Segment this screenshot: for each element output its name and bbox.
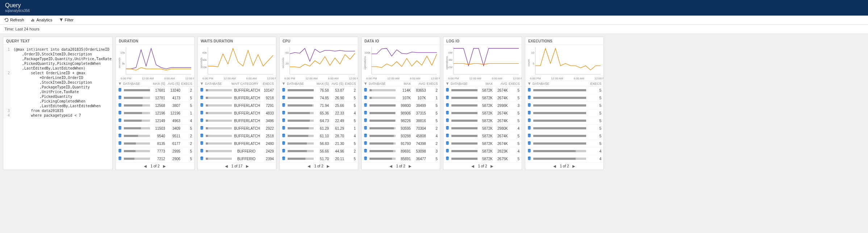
table-row[interactable]: BUFFERLATCH10147 xyxy=(198,87,276,94)
table-row[interactable]: 954095112 xyxy=(116,132,194,140)
table-row[interactable]: 5 xyxy=(525,102,604,109)
table-row[interactable]: 89691530983 xyxy=(362,147,440,155)
svg-text:6:00 AM: 6:00 AM xyxy=(492,77,502,80)
chart-waits[interactable]: seconds 10k30k40k6:00 PM12:00 AM6:00 AM1… xyxy=(198,45,276,81)
table-row[interactable]: BUFFERIO2429 xyxy=(198,147,276,155)
table-row[interactable]: 5872K2980K4 xyxy=(443,125,522,132)
pager-next[interactable]: ▶ xyxy=(327,164,330,168)
svg-text:6:00 AM: 6:00 AM xyxy=(573,77,584,80)
table-row[interactable]: 5 xyxy=(525,117,604,125)
table-row[interactable]: 5 xyxy=(525,94,604,102)
table-row[interactable]: 61.2961.291 xyxy=(280,125,358,132)
toolbar: Refresh Analytics Filter xyxy=(0,16,868,25)
table-row[interactable]: 5 xyxy=(525,140,604,147)
pager-text: 1 of 2 xyxy=(396,164,405,168)
table-row[interactable]: 4 xyxy=(525,147,604,155)
pager-next[interactable]: ▶ xyxy=(246,164,249,168)
table-row[interactable]: 56.8321.305 xyxy=(280,140,358,147)
svg-text:6:00 PM: 6:00 PM xyxy=(121,77,131,80)
table-row[interactable]: 5 xyxy=(525,109,604,117)
table-row[interactable]: BUFFERLATCH9218 xyxy=(198,94,276,102)
table-row[interactable]: 5872K2674K5 xyxy=(443,117,522,125)
table-row[interactable]: BUFFERLATCH4833 xyxy=(198,109,276,117)
chart-cpu[interactable]: seconds 20606:00 PM12:00 AM6:00 AM12:00 … xyxy=(280,45,358,81)
table-row[interactable]: 5872K2674K5 xyxy=(443,140,522,147)
table-row[interactable]: 91793743982 xyxy=(362,140,440,147)
table-row[interactable]: 71.9425.665 xyxy=(280,102,358,109)
table-row[interactable]: 93288458084 xyxy=(362,132,440,140)
table-row[interactable]: 5872K2674K5 xyxy=(443,87,522,94)
analytics-button[interactable]: Analytics xyxy=(31,18,53,22)
pager-prev[interactable]: ◀ xyxy=(308,164,310,168)
table-row[interactable]: 5 xyxy=(525,132,604,140)
table-row[interactable]: 5872K2675K5 xyxy=(443,155,522,163)
table-row[interactable]: 65.3622.334 xyxy=(280,109,358,117)
panel-logio: LOG IO operations 2M4M6M6:00 PM12:00 AM6… xyxy=(443,37,522,170)
table-row[interactable]: 5872K2674K5 xyxy=(443,109,522,117)
database-icon xyxy=(446,141,449,146)
table-row[interactable]: BUFFERLATCH2518 xyxy=(198,132,276,140)
table-row[interactable]: BUFFERLATCH2922 xyxy=(198,125,276,132)
pager-next[interactable]: ▶ xyxy=(409,164,412,168)
svg-text:6:00 AM: 6:00 AM xyxy=(246,77,256,80)
database-icon xyxy=(118,149,122,154)
chart-duration[interactable]: seconds 5k15k6:00 PM12:00 AM6:00 AM12:00… xyxy=(116,45,194,81)
database-icon xyxy=(118,118,122,123)
page-header: Query sqlanalytics356 xyxy=(0,0,868,16)
table-row[interactable]: 1278141735 xyxy=(116,94,194,102)
table-row[interactable]: 64.7322.495 xyxy=(280,117,358,125)
pager-prev[interactable]: ◀ xyxy=(389,164,392,168)
table-row[interactable]: BUFFERIO2394 xyxy=(198,155,276,163)
table-row[interactable]: 5872K2674K5 xyxy=(443,132,522,140)
table-row[interactable]: 99800384995 xyxy=(362,102,440,109)
table-row[interactable]: 12196121961 xyxy=(116,109,194,117)
table-row[interactable]: 5 xyxy=(525,87,604,94)
table-row[interactable]: 1150334095 xyxy=(116,125,194,132)
table-row[interactable]: 5 xyxy=(525,125,604,132)
database-icon xyxy=(200,95,204,100)
chart-execs[interactable]: count 5106:00 PM12:00 AM6:00 AM12:00 PM xyxy=(525,45,604,81)
table-row[interactable]: 61.1028.704 xyxy=(280,132,358,140)
table-row[interactable]: BUFFERLATCH7291 xyxy=(198,102,276,109)
table-row[interactable]: 1214949634 xyxy=(116,117,194,125)
database-icon xyxy=(282,111,285,116)
table-row[interactable]: 5872K2674K5 xyxy=(443,94,522,102)
chart-logio[interactable]: operations 2M4M6M6:00 PM12:00 AM6:00 AM1… xyxy=(443,45,522,81)
table-row[interactable]: 85691364775 xyxy=(362,155,440,163)
table-row[interactable]: 76.5853.872 xyxy=(280,87,358,94)
pager-prev[interactable]: ◀ xyxy=(225,164,228,168)
database-icon xyxy=(118,133,122,138)
table-row[interactable]: BUFFERLATCH2480 xyxy=(198,140,276,147)
table-row[interactable]: 74.8526.905 xyxy=(280,94,358,102)
chart-dataio[interactable]: operations 100k6:00 PM12:00 AM6:00 AM12:… xyxy=(362,45,440,81)
table-row[interactable]: 114K836532 xyxy=(362,87,440,94)
panels: QUERY TEXT 1 2 34 (@max int)insert into … xyxy=(0,34,868,173)
pager-next[interactable]: ▶ xyxy=(163,164,166,168)
table-row[interactable]: 107K107K1 xyxy=(362,94,440,102)
table-row[interactable]: 813561772 xyxy=(116,140,194,147)
filter-button[interactable]: Filter xyxy=(59,18,74,22)
table-row[interactable]: 777329955 xyxy=(116,147,194,155)
table-row[interactable]: 51.7020.115 xyxy=(280,155,358,163)
pager-prev[interactable]: ◀ xyxy=(471,164,474,168)
table-row[interactable]: 98226388165 xyxy=(362,117,440,125)
panel-title: LOG IO xyxy=(443,37,522,45)
table-row[interactable]: 5872K2823K4 xyxy=(443,147,522,155)
table-row[interactable]: 1256838075 xyxy=(116,102,194,109)
pager-next[interactable]: ▶ xyxy=(572,164,575,168)
table-row[interactable]: BUFFERLATCH3496 xyxy=(198,117,276,125)
pager-next[interactable]: ▶ xyxy=(491,164,493,168)
table-row[interactable]: 721229065 xyxy=(116,155,194,163)
table-row[interactable]: 98906373155 xyxy=(362,109,440,117)
svg-text:15k: 15k xyxy=(120,51,125,54)
pager-prev[interactable]: ◀ xyxy=(144,164,147,168)
table-row[interactable]: 56.6644.962 xyxy=(280,147,358,155)
table-row[interactable]: 5872K2998K3 xyxy=(443,102,522,109)
refresh-button[interactable]: Refresh xyxy=(4,18,24,22)
table-row[interactable]: 17681132402 xyxy=(116,87,194,94)
sql-editor[interactable]: 1 2 34 (@max int)insert into data201835(… xyxy=(3,45,112,120)
pager-prev[interactable]: ◀ xyxy=(553,164,556,168)
table-row[interactable]: 4 xyxy=(525,155,604,163)
database-icon xyxy=(527,111,531,116)
table-row[interactable]: 93595703042 xyxy=(362,125,440,132)
